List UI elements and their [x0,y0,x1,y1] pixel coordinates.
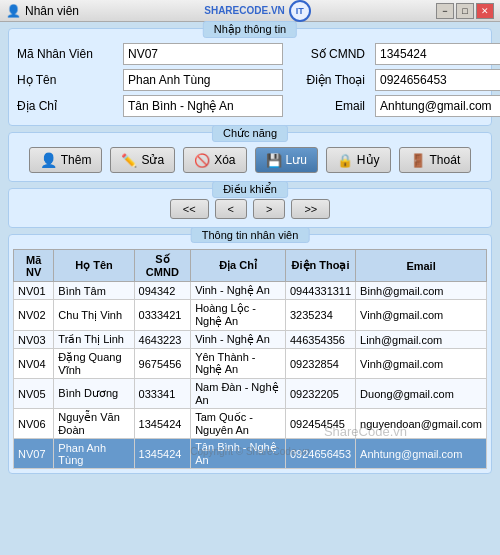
xoa-icon: 🚫 [194,153,210,168]
them-icon: 👤 [40,152,57,168]
window-icon: 👤 [6,4,21,18]
col-dien-thoai: Điện Thoại [285,250,355,282]
col-email: Email [356,250,487,282]
window-title: Nhân viên [25,4,79,18]
first-button[interactable]: << [170,199,209,219]
table-row[interactable]: NV01Bình Tâm094342Vinh - Nghệ An09443313… [14,282,487,300]
prev-button[interactable]: < [215,199,247,219]
luu-icon: 💾 [266,153,282,168]
email-input[interactable] [375,95,500,117]
xoa-button[interactable]: 🚫 Xóa [183,147,246,173]
chuc-nang-section: Chức năng 👤 Thêm ✏️ Sửa 🚫 Xóa 💾 Lưu 🔒 Hủ… [8,132,492,182]
dieu-khien-section: Điều khiển << < > >> [8,188,492,228]
ma-nhan-vien-label: Mã Nhân Viên [17,47,117,61]
ho-ten-label: Họ Tên [17,73,117,87]
table-row[interactable]: NV04Đặng Quang Vĩnh9675456Yên Thành - Ng… [14,349,487,379]
minimize-button[interactable]: − [436,3,454,19]
title-bar: 👤 Nhân viên SHARECODE.VN IT − □ ✕ [0,0,500,22]
nhap-thong-tin-title: Nhập thông tin [203,21,297,38]
dieu-khien-title: Điều khiển [212,181,288,198]
nhap-thong-tin-section: Nhập thông tin Mã Nhân Viên Số CMND Họ T… [8,28,492,126]
table-row[interactable]: NV02Chu Thị Vinh0333421Hoàng Lộc - Nghệ … [14,300,487,331]
ma-nhan-vien-input[interactable] [123,43,283,65]
huy-button[interactable]: 🔒 Hủy [326,147,391,173]
ho-ten-input[interactable] [123,69,283,91]
close-button[interactable]: ✕ [476,3,494,19]
them-button[interactable]: 👤 Thêm [29,147,103,173]
thoat-button[interactable]: 🚪 Thoát [399,147,472,173]
table-row[interactable]: NV07Phan Anh Tùng1345424Tân Bình - Nghệ … [14,439,487,469]
luu-button[interactable]: 💾 Lưu [255,147,318,173]
maximize-button[interactable]: □ [456,3,474,19]
logo-circle: IT [289,0,311,22]
col-so-cmnd: Số CMND [134,250,191,282]
col-ho-ten: Họ Tên [54,250,134,282]
logo: SHARECODE.VN IT [204,0,311,22]
logo-text: SHARECODE.VN [204,5,285,16]
last-button[interactable]: >> [291,199,330,219]
huy-icon: 🔒 [337,153,353,168]
dia-chi-input[interactable] [123,95,283,117]
so-cmnd-input[interactable] [375,43,500,65]
dia-chi-label: Địa Chỉ [17,99,117,113]
email-label: Email [289,99,369,113]
col-ma-nv: Mã NV [14,250,54,282]
next-button[interactable]: > [253,199,285,219]
thoat-icon: 🚪 [410,153,426,168]
col-dia-chi: Địa Chỉ [191,250,286,282]
so-cmnd-label: Số CMND [289,47,369,61]
dien-thoai-label: Điện Thoại [289,73,369,87]
thong-tin-section: Thông tin nhân viên ShareCode.vn Copyrig… [8,234,492,474]
thong-tin-title: Thông tin nhân viên [191,227,310,243]
table-row[interactable]: NV05Bình Dương033341Nam Đàn - Nghệ An092… [14,379,487,409]
sua-icon: ✏️ [121,153,137,168]
dien-thoai-input[interactable] [375,69,500,91]
table-row[interactable]: NV06Nguyễn Văn Đoàn1345424Tam Quốc - Ngu… [14,409,487,439]
table-row[interactable]: NV03Trần Thị Linh4643223Vinh - Nghệ An44… [14,331,487,349]
sua-button[interactable]: ✏️ Sửa [110,147,175,173]
chuc-nang-title: Chức năng [212,125,288,142]
